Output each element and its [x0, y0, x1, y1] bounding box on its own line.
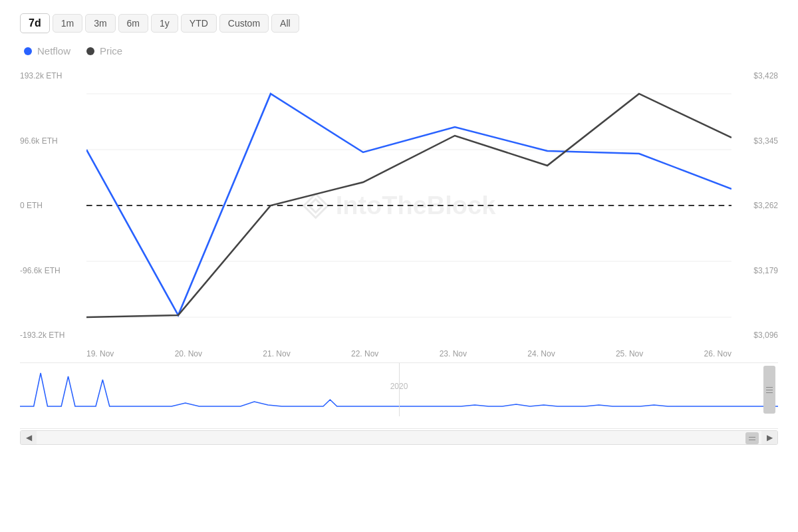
x-axis-label: 22. Nov — [351, 349, 378, 358]
time-btn-ytd[interactable]: YTD — [181, 14, 217, 33]
scroll-right-arrow[interactable]: ▶ — [761, 430, 777, 445]
scroll-track[interactable] — [37, 431, 761, 444]
y-right-label: $3,428 — [732, 71, 778, 80]
netflow-line — [86, 94, 732, 315]
x-axis-label: 19. Nov — [86, 349, 114, 358]
time-btn-1m[interactable]: 1m — [53, 14, 82, 33]
x-axis-label: 21. Nov — [263, 349, 290, 358]
time-btn-1y[interactable]: 1y — [151, 14, 178, 33]
netflow-label: Netflow — [37, 45, 70, 57]
y-right-label: $3,179 — [732, 266, 778, 275]
time-btn-6m[interactable]: 6m — [118, 14, 148, 33]
y-left-label: -96.6k ETH — [20, 266, 86, 275]
scrollbar: ◀ ▶ — [20, 430, 778, 445]
scroll-thumb[interactable] — [745, 432, 759, 444]
y-left-label: -193.2k ETH — [20, 331, 86, 340]
scroll-left-arrow[interactable]: ◀ — [21, 430, 37, 445]
chart-legend: Netflow Price — [20, 45, 778, 57]
chart-svg — [86, 66, 732, 345]
price-dot — [86, 47, 94, 55]
x-axis-label: 24. Nov — [527, 349, 555, 358]
netflow-dot — [24, 47, 32, 55]
y-right-label: $3,262 — [732, 201, 778, 210]
x-axis: 19. Nov20. Nov21. Nov22. Nov23. Nov24. N… — [20, 345, 778, 358]
y-axis-right: $3,428$3,345$3,262$3,179$3,096 — [732, 66, 778, 345]
price-label: Price — [100, 45, 122, 57]
mini-chart-scroll-handle[interactable] — [763, 366, 775, 414]
time-btn-custom[interactable]: Custom — [219, 14, 269, 33]
main-chart: 193.2k ETH96.6k ETH0 ETH-96.6k ETH-193.2… — [20, 66, 778, 345]
x-axis-label: 23. Nov — [440, 349, 467, 358]
time-btn-3m[interactable]: 3m — [85, 14, 115, 33]
y-left-label: 193.2k ETH — [20, 71, 86, 80]
y-left-label: 0 ETH — [20, 201, 86, 210]
x-axis-label: 26. Nov — [704, 349, 732, 358]
x-axis-label: 20. Nov — [175, 349, 202, 358]
y-right-label: $3,345 — [732, 136, 778, 146]
time-btn-all[interactable]: All — [271, 14, 299, 33]
y-axis-left: 193.2k ETH96.6k ETH0 ETH-96.6k ETH-193.2… — [20, 66, 86, 345]
app-container: 7d1m3m6m1yYTDCustomAll Netflow Price 193… — [0, 0, 798, 532]
time-range-selector: 7d1m3m6m1yYTDCustomAll — [20, 13, 778, 33]
chart-svg-container — [86, 66, 732, 345]
y-right-label: $3,096 — [732, 331, 778, 340]
y-left-label: 96.6k ETH — [20, 136, 86, 146]
x-axis-label: 25. Nov — [616, 349, 643, 358]
time-btn-7d[interactable]: 7d — [20, 13, 50, 33]
mini-chart: 2020 — [20, 362, 778, 429]
legend-price: Price — [86, 45, 122, 57]
legend-netflow: Netflow — [24, 45, 70, 57]
